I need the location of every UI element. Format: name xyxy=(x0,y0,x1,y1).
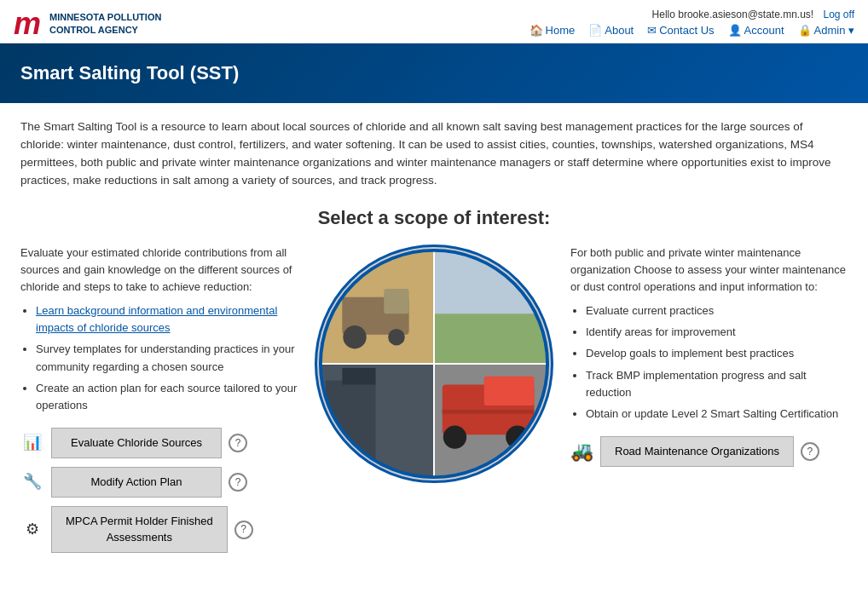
left-bullet-2: Survey templates for understanding pract… xyxy=(36,341,298,375)
svg-point-14 xyxy=(443,425,466,448)
evaluate-button[interactable]: Evaluate Chloride Sources xyxy=(51,428,222,458)
evaluate-row: 📊 Evaluate Chloride Sources ? xyxy=(20,428,298,458)
road-maintenance-button[interactable]: Road Maintenance Organizations xyxy=(600,436,794,467)
road-maintenance-help-icon[interactable]: ? xyxy=(801,442,819,461)
hero-title: Smart Salting Tool (SST) xyxy=(20,62,239,83)
modify-help-icon[interactable]: ? xyxy=(229,473,247,492)
left-bullets: Learn background information and environ… xyxy=(36,302,298,414)
logo-m-icon: m xyxy=(14,9,41,39)
right-bullets: Evaluate current practices Identify area… xyxy=(586,302,848,423)
right-bullet-4: Track BMP implementation progress and sa… xyxy=(586,367,848,401)
svg-point-4 xyxy=(343,325,366,348)
right-intro: For both public and private winter maint… xyxy=(570,245,848,296)
left-action-buttons: 📊 Evaluate Chloride Sources ? 🔧 Modify A… xyxy=(20,428,298,553)
mpca-help-icon[interactable]: ? xyxy=(234,521,253,539)
scope-grid: Evaluate your estimated chloride contrib… xyxy=(20,245,848,553)
right-bullet-3: Develop goals to implement best practice… xyxy=(586,345,848,362)
svg-rect-10 xyxy=(342,368,375,385)
agency-name: MINNESOTA POLLUTION CONTROL AGENCY xyxy=(49,11,161,37)
modify-button[interactable]: Modify Action Plan xyxy=(51,467,222,498)
logoff-link[interactable]: Log off xyxy=(824,9,854,20)
nav-account[interactable]: 👤 Account xyxy=(728,24,784,37)
svg-rect-9 xyxy=(326,380,376,463)
scope-svg xyxy=(317,247,551,481)
user-greeting-line: Hello brooke.asieson@state.mn.us! Log of… xyxy=(652,9,854,20)
evaluate-help-icon[interactable]: ? xyxy=(229,434,247,452)
mpca-button[interactable]: MPCA Permit Holder Finished Assessments xyxy=(51,506,228,552)
right-bullet-5: Obtain or update Level 2 Smart Salting C… xyxy=(586,406,848,423)
top-right: Hello brooke.asieson@state.mn.us! Log of… xyxy=(529,9,854,37)
mpca-icon: ⚙ xyxy=(20,518,44,542)
mpca-row: ⚙ MPCA Permit Holder Finished Assessment… xyxy=(20,506,298,552)
nav-bar: 🏠 Home 📄 About ✉ Contact Us 👤 Account 🔒 … xyxy=(529,24,854,37)
scope-heading: Select a scope of interest: xyxy=(20,207,848,229)
nav-contact[interactable]: ✉ Contact Us xyxy=(647,24,714,37)
right-bullet-2: Identify areas for improvement xyxy=(586,324,848,341)
svg-rect-16 xyxy=(443,410,535,414)
svg-rect-7 xyxy=(434,314,551,364)
svg-rect-13 xyxy=(484,376,535,405)
right-action-area: 🚜 Road Maintenance Organizations ? xyxy=(570,436,848,467)
svg-point-5 xyxy=(388,329,405,346)
road-maintenance-icon: 🚜 xyxy=(570,437,593,466)
greeting-text: Hello brooke.asieson@state.mn.us! xyxy=(652,9,814,20)
nav-admin[interactable]: 🔒 Admin ▾ xyxy=(798,24,854,37)
logo-area: m MINNESOTA POLLUTION CONTROL AGENCY xyxy=(14,9,161,39)
left-bullet-1: Learn background information and environ… xyxy=(36,302,298,337)
hero-banner: Smart Salting Tool (SST) xyxy=(0,43,868,103)
right-bullet-1: Evaluate current practices xyxy=(586,302,848,319)
left-column: Evaluate your estimated chloride contrib… xyxy=(20,245,298,553)
scope-image xyxy=(315,245,553,483)
modify-icon: 🔧 xyxy=(20,470,44,494)
nav-about[interactable]: 📄 About xyxy=(588,24,634,37)
svg-rect-3 xyxy=(384,289,408,314)
left-intro: Evaluate your estimated chloride contrib… xyxy=(20,245,298,296)
main-content: The Smart Salting Tool is a resource to … xyxy=(0,103,868,573)
modify-row: 🔧 Modify Action Plan ? xyxy=(20,467,298,498)
left-bullet-3: Create an action plan for each source ta… xyxy=(36,380,298,414)
header: m MINNESOTA POLLUTION CONTROL AGENCY Hel… xyxy=(0,0,868,43)
nav-home[interactable]: 🏠 Home xyxy=(529,24,576,37)
right-column: For both public and private winter maint… xyxy=(570,245,848,467)
evaluate-icon: 📊 xyxy=(20,431,44,455)
intro-paragraph: The Smart Salting Tool is a resource to … xyxy=(20,118,848,190)
